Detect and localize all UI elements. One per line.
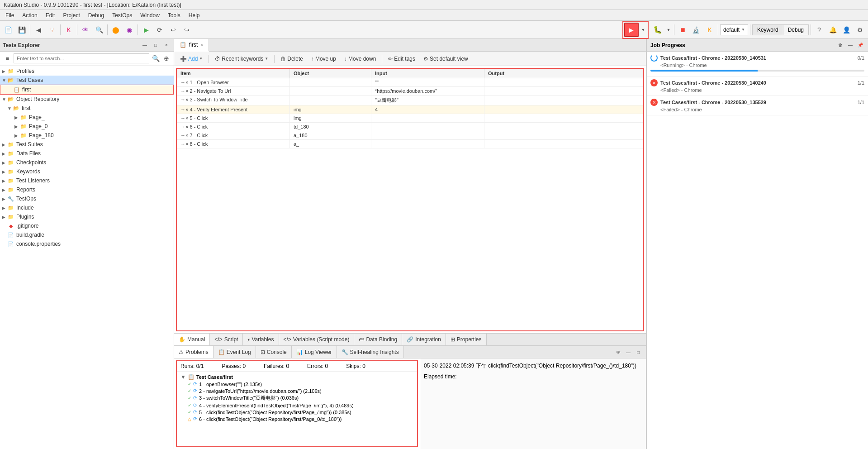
table-row[interactable]: →× 3 - Switch To Window Title "豆瓣电影" xyxy=(177,96,643,105)
tree-page-[interactable]: ▶ 📁 Page_ xyxy=(0,113,174,122)
sidebar-search-button[interactable]: 🔍 xyxy=(151,54,160,63)
tree-testcases[interactable]: ▼ 📂 Test Cases xyxy=(0,76,174,85)
run-button[interactable]: ▶ xyxy=(624,23,639,37)
tab-manual[interactable]: ✋ Manual xyxy=(174,334,210,345)
test-button[interactable]: 🔬 xyxy=(690,24,702,36)
menu-debug[interactable]: Debug xyxy=(85,11,108,19)
add-button[interactable]: ➕ Add ▼ xyxy=(177,54,206,64)
help-button[interactable]: ? xyxy=(813,24,825,36)
tree-page-180[interactable]: ▶ 📁 Page_180 xyxy=(0,131,174,140)
result-item[interactable]: ✓ ⟳ 1 - openBrowser("") (2.135s) xyxy=(179,381,415,387)
debug-tab[interactable]: Debug xyxy=(783,25,808,35)
play-button[interactable]: ▶ xyxy=(140,24,152,36)
branch-button[interactable]: ⑂ xyxy=(46,24,58,36)
debug-run-button[interactable]: 🐛 xyxy=(651,24,664,36)
edit-tags-button[interactable]: ✏ Edit tags xyxy=(385,54,418,64)
job-panel-pin[interactable]: 📌 xyxy=(856,41,864,49)
tree-checkpoints[interactable]: ▶ 📁 Checkpoints xyxy=(0,158,174,167)
save-button[interactable]: 💾 xyxy=(15,24,28,36)
user-button[interactable]: 👤 xyxy=(840,24,853,36)
keyword-tab[interactable]: Keyword xyxy=(753,25,783,35)
sidebar-filter-icon[interactable]: ≡ xyxy=(3,54,12,63)
sidebar-expand[interactable]: □ xyxy=(151,41,160,50)
tree-objrepo[interactable]: ▼ 📂 Object Repository xyxy=(0,95,174,104)
move-up-button[interactable]: ↑ Move up xyxy=(308,54,339,64)
tree-first-or[interactable]: ▼ 📂 first xyxy=(0,104,174,113)
stop-button[interactable]: ⏹ xyxy=(676,24,689,36)
tab-data-binding[interactable]: 🗃 Data Binding xyxy=(354,334,402,345)
tree-profiles[interactable]: ▶ 📁 Profiles xyxy=(0,67,174,76)
tree-first-tc[interactable]: 📋 first xyxy=(0,85,174,95)
undo-button[interactable]: ↩ xyxy=(167,24,180,36)
tree-buildgradle[interactable]: 📄 build.gradle xyxy=(0,230,174,239)
table-row[interactable]: →× 8 - Click a_ xyxy=(177,140,643,148)
menu-window[interactable]: Window xyxy=(137,11,163,19)
table-row[interactable]: →× 2 - Navigate To Url *https://movie.do… xyxy=(177,87,643,96)
delete-button[interactable]: 🗑 Delete xyxy=(277,54,306,64)
menu-help[interactable]: Help xyxy=(185,11,204,19)
log-view-button[interactable]: 👁 xyxy=(614,348,622,356)
table-row[interactable]: →× 1 - Open Browser "" xyxy=(177,78,643,87)
tab-logviewer[interactable]: 📊 Log Viewer xyxy=(292,346,337,358)
back-button[interactable]: ◀ xyxy=(32,24,45,36)
sidebar-search-input[interactable] xyxy=(14,53,149,63)
recent-keywords-button[interactable]: ⏱ Recent keywords ▼ xyxy=(212,54,271,64)
tab-problems[interactable]: ⚠ Problems xyxy=(174,346,213,358)
tab-console[interactable]: ⊡ Console xyxy=(256,346,292,358)
tree-reports[interactable]: ▶ 📁 Reports xyxy=(0,185,174,194)
tab-integration[interactable]: 🔗 Integration xyxy=(402,334,446,345)
tab-selfhealing[interactable]: 🔧 Self-healing Insights xyxy=(337,346,404,358)
sidebar-minimize[interactable]: — xyxy=(140,41,149,50)
settings-button[interactable]: ⚙ xyxy=(854,24,866,36)
first-tab[interactable]: 📋 first × xyxy=(174,39,209,52)
tree-gitignore[interactable]: ◆ .gitignore xyxy=(0,221,174,230)
log-minimize[interactable]: — xyxy=(624,348,632,356)
katalon2-button[interactable]: K xyxy=(703,24,716,36)
tree-testsuites[interactable]: ▶ 📁 Test Suites xyxy=(0,140,174,149)
tree-keywords[interactable]: ▶ 📁 Keywords xyxy=(0,167,174,176)
menu-file[interactable]: File xyxy=(2,11,18,19)
spy-button[interactable]: 👁 xyxy=(79,24,92,36)
table-row[interactable]: →× 6 - Click td_180 xyxy=(177,123,643,131)
result-item[interactable]: ✓ ⟳ 3 - switchToWindowTitle("豆瓣电影") (0.0… xyxy=(179,394,415,402)
tab-properties[interactable]: ⊞ Properties xyxy=(446,334,487,345)
refresh-button[interactable]: ⟳ xyxy=(153,24,166,36)
tab-script[interactable]: </> Script xyxy=(210,334,243,345)
job-panel-minimize[interactable]: — xyxy=(846,41,854,49)
first-tab-close[interactable]: × xyxy=(200,43,203,48)
new-button[interactable]: 📄 xyxy=(2,24,14,36)
record-button[interactable]: ⬤ xyxy=(109,24,122,36)
table-row[interactable]: →× 5 - Click img xyxy=(177,114,643,123)
tab-variables-script[interactable]: </> Variables (Script mode) xyxy=(279,334,355,345)
tree-testops[interactable]: ▶ 🔧 TestOps xyxy=(0,194,174,203)
profile-dropdown[interactable]: default ▼ xyxy=(720,24,748,35)
tree-datafiles[interactable]: ▶ 📁 Data Files xyxy=(0,149,174,158)
menu-testops[interactable]: TestOps xyxy=(109,11,136,19)
menu-action[interactable]: Action xyxy=(19,11,41,19)
notification-button[interactable]: 🔔 xyxy=(826,24,839,36)
result-item[interactable]: ✓ ⟳ 4 - verifyElementPresent(findTestObj… xyxy=(179,402,415,409)
sidebar-close[interactable]: × xyxy=(162,41,171,50)
menu-project[interactable]: Project xyxy=(59,11,83,19)
tree-consoleprops[interactable]: 📄 console.properties xyxy=(0,239,174,248)
table-row[interactable]: →× 4 - Verify Element Present img 4 xyxy=(177,105,643,114)
debug-dropdown[interactable]: ▼ xyxy=(665,24,672,36)
menu-edit[interactable]: Edit xyxy=(42,11,59,19)
redo-button[interactable]: ↪ xyxy=(180,24,193,36)
tree-include[interactable]: ▶ 📁 Include xyxy=(0,203,174,212)
sidebar-filter-button[interactable]: ⊕ xyxy=(162,54,171,63)
set-default-view-button[interactable]: ⚙ Set default view xyxy=(420,54,471,64)
tree-plugins[interactable]: ▶ 📁 Plugins xyxy=(0,212,174,221)
table-row[interactable]: →× 7 - Click a_180 xyxy=(177,131,643,140)
tree-page-0[interactable]: ▶ 📁 Page_0 xyxy=(0,122,174,131)
record2-button[interactable]: ◉ xyxy=(123,24,136,36)
move-down-button[interactable]: ↓ Move down xyxy=(341,54,379,64)
spy2-button[interactable]: 🔍 xyxy=(93,24,105,36)
result-item[interactable]: △ ⟳ 6 - click(findTestObject("Object Rep… xyxy=(179,416,415,422)
run-dropdown[interactable]: ▼ xyxy=(640,24,647,36)
tab-variables[interactable]: 𝑥 Variables xyxy=(243,334,279,345)
menu-tools[interactable]: Tools xyxy=(164,11,184,19)
result-item[interactable]: ✓ ⟳ 5 - click(findTestObject("Object Rep… xyxy=(179,409,415,416)
log-expand[interactable]: □ xyxy=(634,348,642,356)
job-panel-icon-1[interactable]: 🗑 xyxy=(836,41,844,49)
